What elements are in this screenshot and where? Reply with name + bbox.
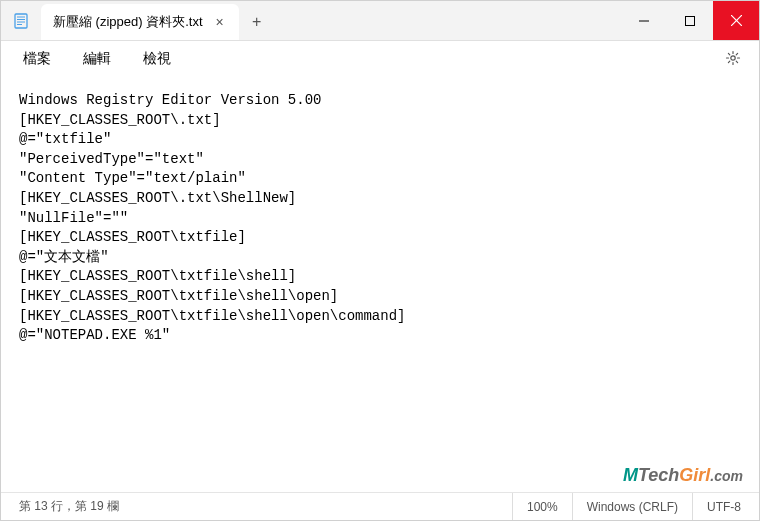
tab-title: 新壓縮 (zipped) 資料夾.txt xyxy=(53,13,203,31)
titlebar: 新壓縮 (zipped) 資料夾.txt × + xyxy=(1,1,759,41)
svg-rect-0 xyxy=(15,14,27,28)
window-controls xyxy=(621,1,759,40)
text-editor[interactable]: Windows Registry Editor Version 5.00 [HK… xyxy=(1,77,759,492)
maximize-button[interactable] xyxy=(667,1,713,40)
svg-point-9 xyxy=(731,55,735,59)
status-encoding[interactable]: UTF-8 xyxy=(692,493,755,520)
status-line-ending[interactable]: Windows (CRLF) xyxy=(572,493,692,520)
new-tab-button[interactable]: + xyxy=(239,4,275,40)
gear-icon[interactable] xyxy=(715,44,751,75)
tab-active[interactable]: 新壓縮 (zipped) 資料夾.txt × xyxy=(41,4,239,40)
status-zoom[interactable]: 100% xyxy=(512,493,572,520)
statusbar: 第 13 行，第 19 欄 100% Windows (CRLF) UTF-8 xyxy=(1,492,759,520)
menubar: 檔案 編輯 檢視 xyxy=(1,41,759,77)
close-button[interactable] xyxy=(713,1,759,40)
menu-view[interactable]: 檢視 xyxy=(129,44,185,74)
menu-edit[interactable]: 編輯 xyxy=(69,44,125,74)
tab-strip: 新壓縮 (zipped) 資料夾.txt × + xyxy=(41,1,621,40)
close-tab-icon[interactable]: × xyxy=(213,14,227,30)
app-icon xyxy=(1,1,41,40)
status-cursor-position: 第 13 行，第 19 欄 xyxy=(5,493,133,520)
minimize-button[interactable] xyxy=(621,1,667,40)
svg-rect-6 xyxy=(686,16,695,25)
menu-file[interactable]: 檔案 xyxy=(9,44,65,74)
